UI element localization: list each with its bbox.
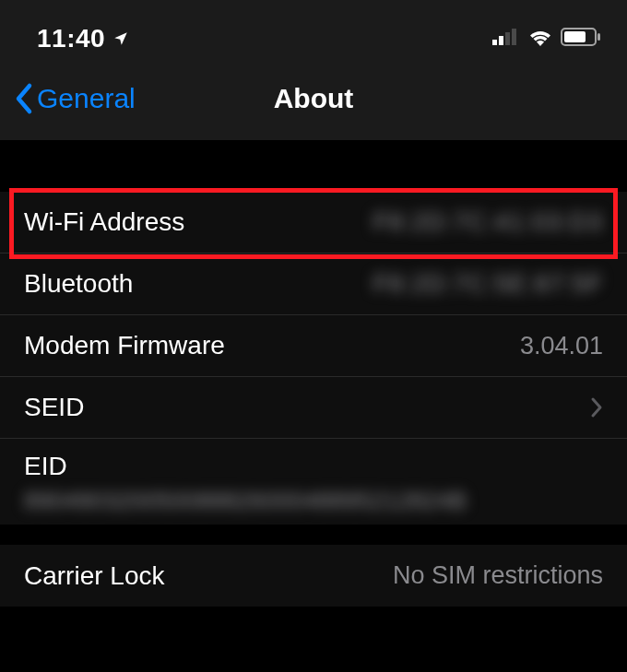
bluetooth-value: F8:2D:7C:5E:87:5F xyxy=(373,270,603,299)
status-bar: 11:40 xyxy=(0,0,627,57)
nav-bar: General About xyxy=(0,57,627,140)
bluetooth-label: Bluetooth xyxy=(24,269,133,299)
bluetooth-row[interactable]: Bluetooth F8:2D:7C:5E:87:5F xyxy=(0,253,627,315)
page-title: About xyxy=(274,83,354,114)
svg-rect-5 xyxy=(564,31,586,42)
chevron-left-icon xyxy=(13,82,33,115)
wifi-address-label: Wi-Fi Address xyxy=(24,207,184,237)
svg-rect-3 xyxy=(512,29,516,45)
svg-rect-6 xyxy=(597,33,600,41)
eid-label: EID xyxy=(24,452,603,481)
back-label: General xyxy=(37,83,136,114)
status-time: 11:40 xyxy=(37,24,105,53)
about-list: Wi-Fi Address F8:2D:7C:41:03:D3 Bluetoot… xyxy=(0,192,627,525)
wifi-address-value: F8:2D:7C:41:03:D3 xyxy=(373,208,603,237)
modem-firmware-value: 3.04.01 xyxy=(520,332,603,360)
section-gap-small xyxy=(0,525,627,545)
carrier-lock-label: Carrier Lock xyxy=(24,561,164,591)
cellular-signal-icon xyxy=(492,29,520,49)
svg-rect-2 xyxy=(505,32,510,45)
carrier-lock-row[interactable]: Carrier Lock No SIM restrictions xyxy=(0,545,627,607)
wifi-icon xyxy=(527,28,553,50)
modem-firmware-row[interactable]: Modem Firmware 3.04.01 xyxy=(0,315,627,377)
eid-row[interactable]: EID 89049032005008882600048895212824B xyxy=(0,439,627,525)
seid-label: SEID xyxy=(24,393,84,422)
svg-rect-1 xyxy=(499,36,503,45)
location-icon xyxy=(112,24,129,53)
svg-rect-0 xyxy=(492,40,497,45)
carrier-list: Carrier Lock No SIM restrictions xyxy=(0,545,627,607)
eid-value: 89049032005008882600048895212824B xyxy=(24,487,603,515)
section-gap xyxy=(0,140,627,192)
seid-row[interactable]: SEID xyxy=(0,377,627,439)
carrier-lock-value: No SIM restrictions xyxy=(393,561,603,590)
chevron-right-icon xyxy=(590,396,603,419)
battery-icon xyxy=(561,28,601,50)
modem-firmware-label: Modem Firmware xyxy=(24,331,225,360)
wifi-address-row[interactable]: Wi-Fi Address F8:2D:7C:41:03:D3 xyxy=(0,192,627,253)
back-button[interactable]: General xyxy=(13,82,136,115)
